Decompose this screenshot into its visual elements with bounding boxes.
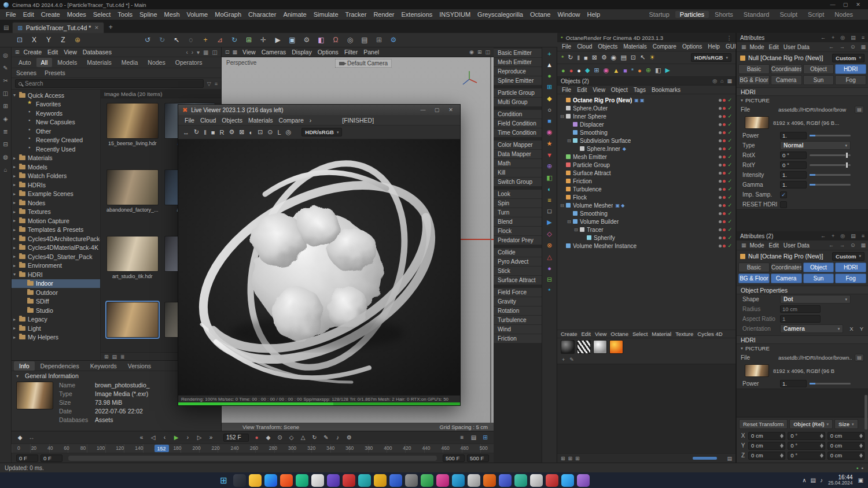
layout-item[interactable]: Shorts: [710, 11, 738, 18]
xparticles-item[interactable]: Predator Prey: [494, 236, 542, 245]
render-target-icon[interactable]: ▶: [665, 66, 670, 74]
view-mode-icon[interactable]: ▦: [203, 49, 208, 56]
menu-item[interactable]: Render: [370, 11, 398, 18]
marker-icon[interactable]: ◆: [16, 434, 24, 441]
taskbar-app-icon[interactable]: [468, 474, 480, 487]
object-menu-item[interactable]: File: [560, 87, 573, 93]
record-keyframe-icon[interactable]: ●: [253, 434, 260, 441]
attribute-tab[interactable]: Coordinates: [771, 64, 802, 74]
expand-arrow-icon[interactable]: ▸: [13, 164, 19, 169]
parameter-checkbox[interactable]: ✓: [780, 191, 787, 198]
tree-item[interactable]: Recently Created: [12, 136, 100, 145]
xparticles-item[interactable]: Field Condition: [494, 119, 542, 128]
xparticles-item[interactable]: Wind: [494, 325, 542, 334]
more-options-icon[interactable]: ≡: [215, 81, 218, 87]
enabled-check-icon[interactable]: ✓: [727, 97, 732, 103]
viewport-menu-item[interactable]: Panel: [361, 49, 382, 56]
xp-tool-icon[interactable]: ◇: [547, 230, 551, 238]
octane-object-row[interactable]: ⊟ Subdivision Surface ✓: [557, 136, 735, 145]
xparticles-item[interactable]: Switch Group: [494, 178, 542, 187]
xparticles-item[interactable]: Friction: [494, 334, 542, 343]
expand-timeline-icon[interactable]: ⊞: [481, 434, 489, 441]
octane-object-row[interactable]: Octane Rig Pro (New) ▣ ▣ ✓: [557, 96, 735, 104]
taskbar-app-icon[interactable]: [561, 474, 574, 487]
tree-item[interactable]: ▸ Light: [12, 324, 100, 333]
taskbar-app-icon[interactable]: [374, 474, 387, 487]
menu-item[interactable]: Simulate: [310, 11, 342, 18]
object-menu-item[interactable]: Edit: [575, 87, 589, 93]
visibility-dots[interactable]: [719, 164, 726, 167]
visibility-dots[interactable]: [719, 180, 726, 183]
xp-tool-icon[interactable]: ◉: [547, 128, 553, 136]
parameter-slider[interactable]: [810, 184, 851, 186]
scale-key-icon[interactable]: △: [299, 434, 307, 441]
minimize-button[interactable]: —: [418, 107, 428, 113]
menu-item[interactable]: Octane: [527, 11, 554, 18]
taskbar-app-icon[interactable]: [546, 474, 558, 487]
attribute-tab[interactable]: Object: [803, 263, 834, 272]
enabled-check-icon[interactable]: ✓: [727, 121, 732, 127]
back-icon[interactable]: ←: [821, 233, 826, 239]
menu-item[interactable]: Select: [90, 11, 115, 18]
edit-material-icon[interactable]: ✎: [569, 357, 574, 363]
enabled-check-icon[interactable]: ✓: [727, 194, 732, 200]
xparticles-item[interactable]: Particle Group: [494, 88, 542, 98]
taskbar-app-icon[interactable]: [343, 474, 355, 487]
history-forward-icon[interactable]: →: [840, 242, 845, 248]
enabled-check-icon[interactable]: ✓: [727, 170, 732, 176]
keyframe-selection-icon[interactable]: ⊙: [276, 434, 284, 441]
octane-menu-item[interactable]: Help: [705, 43, 722, 50]
tree-item[interactable]: ▸ HDRIs: [12, 180, 100, 190]
menu-item[interactable]: File: [2, 11, 20, 18]
browser-subtab[interactable]: Scenes: [16, 69, 36, 76]
workplane-icon[interactable]: ⊞: [244, 36, 253, 44]
position-field[interactable]: 0 cm: [748, 442, 785, 450]
parameter-key-icon[interactable]: ✎: [322, 434, 330, 441]
collapse-arrow-icon[interactable]: ▾: [741, 98, 743, 103]
layout-item[interactable]: Standard: [739, 11, 774, 18]
octane-logo-icon[interactable]: *: [561, 54, 564, 61]
keying-settings-icon[interactable]: ⚙: [345, 434, 353, 441]
xp-tool-icon[interactable]: ▲: [546, 61, 553, 68]
filter-icon[interactable]: ▦: [860, 242, 866, 248]
universal-material-icon[interactable]: ⊞: [594, 66, 599, 74]
viewport-grid-icon[interactable]: ▦: [233, 49, 238, 55]
octane-menu-item[interactable]: File: [560, 43, 573, 50]
live-viewer-menu-item[interactable]: Compare: [276, 117, 307, 124]
attribute-subtab[interactable]: Camera: [771, 273, 802, 283]
lasso-selection-icon[interactable]: ◌: [186, 36, 196, 44]
lock-icon[interactable]: ⊙: [851, 44, 855, 50]
tree-item[interactable]: ▸ Environment: [12, 261, 100, 271]
xp-tool-icon[interactable]: ▶: [547, 219, 551, 226]
asset-thumbnail[interactable]: [105, 301, 160, 349]
collapse-arrow-icon[interactable]: ▾: [16, 374, 22, 379]
render-picture-viewer-icon[interactable]: ▣: [288, 36, 297, 44]
attributes-menu-item[interactable]: Mode: [748, 242, 767, 249]
taskbar-app-icon[interactable]: [280, 474, 293, 487]
snap-magnet-icon[interactable]: Ω: [331, 36, 340, 44]
panel-menu-icon[interactable]: ≡: [862, 233, 865, 239]
previous-frame-icon[interactable]: ‹: [161, 434, 168, 441]
back-icon[interactable]: ‹: [186, 49, 187, 56]
expand-arrow-icon[interactable]: ▸: [13, 317, 19, 322]
size-mode-dropdown[interactable]: Size▾: [834, 419, 858, 429]
visibility-dots[interactable]: [719, 107, 726, 110]
pan-icon[interactable]: ↔: [183, 129, 189, 136]
enabled-check-icon[interactable]: ✓: [727, 219, 732, 224]
horizontal-scrollbar[interactable]: [693, 457, 717, 460]
xp-tool-icon[interactable]: ★: [547, 140, 553, 147]
octane-object-row[interactable]: ⊟ Volume Mesher ▣ ◆ ✓: [557, 201, 735, 209]
material-thumbnail[interactable]: [593, 340, 607, 354]
viewport-menu-item[interactable]: Filter: [341, 49, 361, 56]
material-menu-item[interactable]: Material: [650, 331, 673, 337]
expand-arrow-icon[interactable]: ▸: [13, 245, 19, 250]
scale-field[interactable]: 0 cm: [827, 452, 865, 460]
octane-object-row[interactable]: ⊟ Inner Sphere ✓: [557, 112, 735, 120]
xp-tool-icon[interactable]: ▼: [546, 151, 553, 158]
enabled-check-icon[interactable]: ✓: [727, 202, 732, 208]
undo-icon[interactable]: ↺: [143, 36, 152, 44]
close-button[interactable]: ✕: [446, 107, 456, 113]
xparticles-item[interactable]: Rotation: [494, 306, 542, 316]
section-header[interactable]: HDRI: [737, 87, 868, 96]
layout-item[interactable]: Particles: [675, 11, 709, 18]
